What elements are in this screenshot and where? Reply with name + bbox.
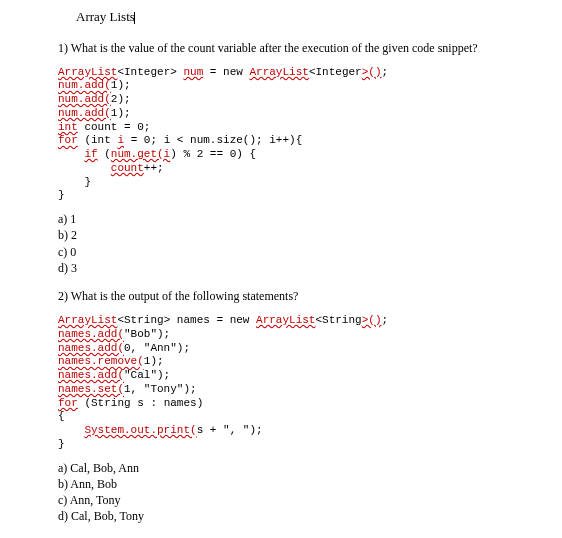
q2-option-a: a) Cal, Bob, Ann: [58, 460, 554, 476]
q2-code: ArrayList<String> names = new ArrayList<…: [58, 314, 554, 452]
q2-option-d: d) Cal, Bob, Tony: [58, 508, 554, 524]
q2-answers: a) Cal, Bob, Ann b) Ann, Bob c) Ann, Ton…: [58, 460, 554, 525]
q1-option-b: b) 2: [58, 227, 554, 243]
q2-option-c: c) Ann, Tony: [58, 492, 554, 508]
title-text: Array Lists: [76, 9, 135, 24]
page-title: Array Lists: [76, 8, 554, 26]
q1-option-c: c) 0: [58, 244, 554, 260]
q1-code: ArrayList<Integer> num = new ArrayList<I…: [58, 66, 554, 204]
q2-option-b: b) Ann, Bob: [58, 476, 554, 492]
q1-prompt: 1) What is the value of the count variab…: [58, 40, 554, 56]
text-cursor: [134, 12, 135, 24]
q1-option-a: a) 1: [58, 211, 554, 227]
q2-prompt: 2) What is the output of the following s…: [58, 288, 554, 304]
q1-answers: a) 1 b) 2 c) 0 d) 3: [58, 211, 554, 276]
q1-option-d: d) 3: [58, 260, 554, 276]
